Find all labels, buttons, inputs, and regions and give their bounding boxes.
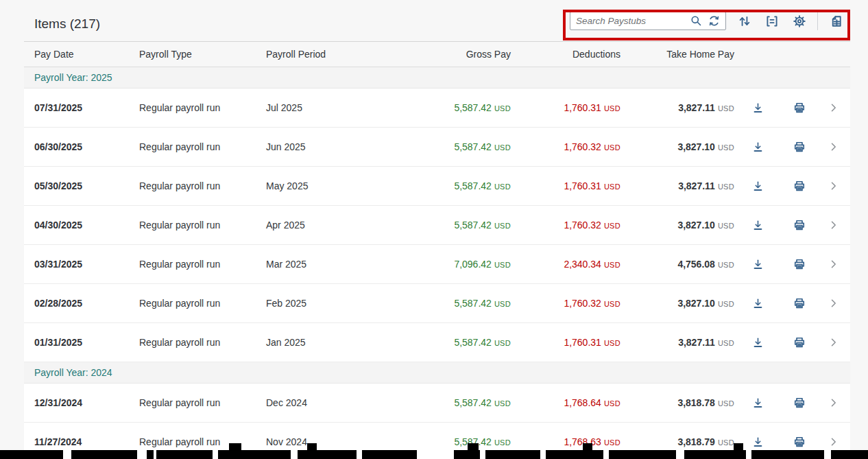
table-header-row: Pay Date Payroll Type Payroll Period Gro… (24, 42, 850, 67)
search-field[interactable] (570, 12, 726, 30)
row-deductions-amount: 1,760.31 (564, 102, 601, 113)
row-take-home-amount: 3,827.11 (678, 337, 715, 348)
column-header-payroll-period[interactable]: Payroll Period (266, 49, 384, 60)
row-payroll-period: Dec 2024 (266, 397, 384, 408)
row-navigation[interactable] (826, 395, 841, 410)
table-settings-button[interactable] (791, 12, 808, 31)
filter-settings-button[interactable] (763, 12, 781, 31)
group-header-row[interactable]: Payroll Year: 2024 (24, 362, 850, 384)
column-header-gross-pay[interactable]: Gross Pay (384, 49, 511, 60)
chevron-right-icon (828, 141, 840, 153)
row-deductions: 2,340.34USD (511, 259, 620, 270)
download-paystub-button[interactable] (750, 296, 766, 311)
row-deductions: 1,760.31USD (511, 337, 620, 348)
row-navigation[interactable] (826, 100, 841, 115)
chevron-right-icon (828, 219, 840, 231)
print-paystub-button[interactable] (791, 295, 808, 311)
table-row[interactable]: 04/30/2025 Regular payroll run Apr 2025 … (24, 206, 850, 245)
table-row[interactable]: 02/28/2025 Regular payroll run Feb 2025 … (24, 284, 850, 323)
row-deductions-amount: 1,760.32 (564, 220, 601, 231)
table-row[interactable]: 03/31/2025 Regular payroll run Mar 2025 … (24, 245, 850, 284)
download-paystub-button[interactable] (750, 217, 766, 233)
currency-label: USD (494, 399, 511, 408)
row-navigation[interactable] (826, 139, 841, 154)
refresh-icon (708, 14, 721, 27)
refresh-button[interactable] (705, 12, 723, 30)
currency-label: USD (718, 143, 734, 152)
table-row[interactable]: 11/27/2024 Regular payroll run Nov 2024 … (24, 423, 850, 459)
row-deductions-amount: 1,760.31 (564, 180, 601, 191)
row-navigation[interactable] (826, 257, 841, 272)
print-paystub-button[interactable] (791, 395, 808, 411)
export-to-spreadsheet-button[interactable] (827, 12, 845, 31)
download-paystub-button[interactable] (750, 434, 766, 450)
filter-bracket-icon (764, 14, 780, 29)
download-paystub-button[interactable] (750, 257, 766, 272)
download-paystub-button[interactable] (750, 100, 766, 116)
row-take-home-amount: 3,827.10 (677, 220, 715, 231)
row-payroll-period: Nov 2024 (266, 436, 384, 447)
row-payroll-type: Regular payroll run (139, 102, 266, 113)
row-take-home-pay: 3,827.10USD (620, 141, 734, 152)
row-navigation[interactable] (826, 335, 841, 350)
download-paystub-button[interactable] (750, 178, 766, 194)
row-pay-date: 02/28/2025 (34, 298, 139, 309)
download-paystub-button[interactable] (750, 395, 766, 411)
table-row[interactable]: 12/31/2024 Regular payroll run Dec 2024 … (24, 384, 850, 423)
row-deductions: 1,760.31USD (511, 180, 620, 191)
search-button[interactable] (687, 12, 705, 30)
printer-icon (793, 336, 806, 349)
print-paystub-button[interactable] (791, 99, 808, 116)
table-row[interactable]: 06/30/2025 Regular payroll run Jun 2025 … (24, 128, 850, 167)
row-take-home-amount: 4,756.08 (677, 259, 715, 270)
printer-icon (793, 218, 806, 232)
search-input[interactable] (576, 16, 687, 26)
row-gross-pay: 5,587.42USD (384, 298, 511, 309)
chevron-right-icon (828, 102, 840, 114)
row-payroll-period: Jul 2025 (266, 102, 384, 113)
group-header-row[interactable]: Payroll Year: 2025 (24, 67, 850, 89)
row-deductions-amount: 1,768.64 (564, 397, 601, 408)
chevron-right-icon (828, 397, 840, 409)
printer-icon (793, 396, 806, 410)
currency-label: USD (604, 183, 620, 191)
download-icon (751, 297, 764, 310)
column-header-pay-date[interactable]: Pay Date (34, 49, 139, 60)
table-row[interactable]: 07/31/2025 Regular payroll run Jul 2025 … (24, 89, 850, 128)
row-gross-pay: 5,587.42USD (384, 397, 511, 408)
sort-button[interactable] (736, 12, 754, 31)
print-paystub-button[interactable] (791, 217, 808, 233)
search-icon (690, 14, 703, 27)
row-navigation[interactable] (826, 434, 841, 449)
print-paystub-button[interactable] (791, 434, 808, 450)
print-paystub-button[interactable] (791, 256, 808, 272)
row-deductions-amount: 1,760.31 (564, 337, 601, 348)
paystubs-panel: Items (217) (24, 0, 850, 459)
row-take-home-amount: 3,827.11 (678, 102, 715, 113)
toolbar-separator (817, 12, 818, 30)
row-navigation[interactable] (826, 296, 841, 311)
table-row[interactable]: 01/31/2025 Regular payroll run Jan 2025 … (24, 323, 850, 362)
currency-label: USD (494, 143, 511, 152)
download-paystub-button[interactable] (750, 335, 766, 351)
row-pay-date: 05/30/2025 (34, 180, 139, 191)
row-gross-pay-amount: 5,587.42 (454, 436, 492, 447)
print-paystub-button[interactable] (791, 178, 808, 194)
print-paystub-button[interactable] (791, 139, 808, 155)
currency-label: USD (494, 222, 511, 230)
column-header-deductions[interactable]: Deductions (511, 49, 620, 60)
row-deductions-amount: 1,760.32 (564, 141, 601, 152)
group-header-label: Payroll Year: 2025 (34, 72, 112, 83)
currency-label: USD (494, 339, 511, 347)
row-pay-date: 03/31/2025 (34, 259, 139, 270)
currency-label: USD (604, 399, 620, 408)
row-navigation[interactable] (826, 178, 841, 193)
chevron-right-icon (828, 180, 840, 192)
download-paystub-button[interactable] (750, 139, 766, 155)
row-navigation[interactable] (826, 217, 841, 233)
table-row[interactable]: 05/30/2025 Regular payroll run May 2025 … (24, 167, 850, 206)
print-paystub-button[interactable] (791, 334, 808, 351)
download-icon (751, 219, 764, 232)
column-header-take-home-pay[interactable]: Take Home Pay (620, 49, 734, 60)
column-header-payroll-type[interactable]: Payroll Type (139, 49, 266, 60)
